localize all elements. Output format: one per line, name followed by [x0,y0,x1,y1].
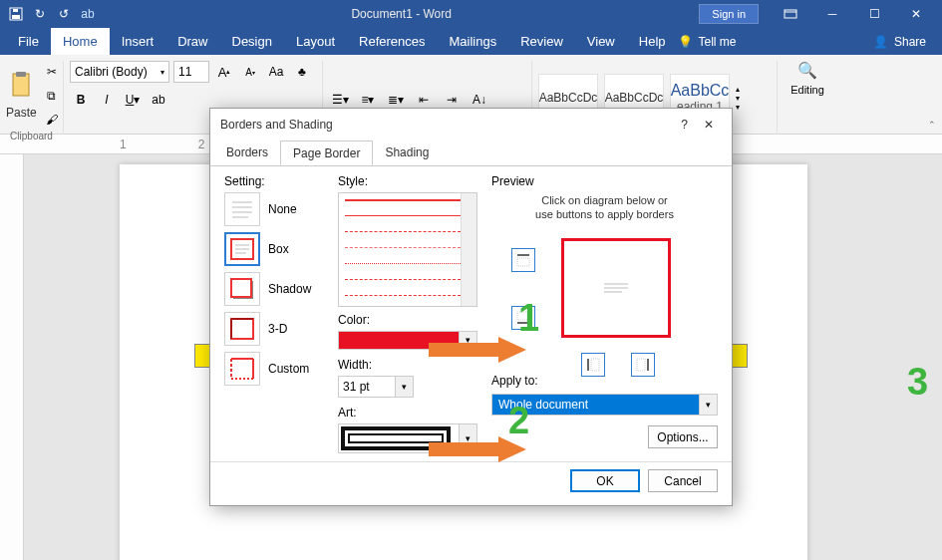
setting-shadow-label: Shadow [268,282,311,296]
close-icon[interactable]: ✕ [896,0,936,28]
setting-3d-label: 3-D [268,322,287,336]
svg-rect-27 [517,258,529,266]
tab-review[interactable]: Review [508,28,575,55]
style-scroll-up-icon[interactable]: ▴ [736,85,752,94]
maximize-icon[interactable]: ☐ [854,0,894,28]
style-scrollbar[interactable] [461,193,476,306]
svg-marker-38 [429,436,526,462]
setting-none[interactable]: None [224,192,324,226]
apply-dropdown-icon[interactable]: ▾ [699,395,717,415]
font-name-select[interactable]: Calibri (Body)▾ [70,61,169,83]
grow-font-icon[interactable]: A▴ [213,61,235,83]
find-icon[interactable]: 🔍 [797,61,817,80]
tab-references[interactable]: References [347,28,437,55]
paste-label: Paste [6,106,37,120]
ribbon-tabs: File Home Insert Draw Design Layout Refe… [0,28,942,55]
svg-rect-3 [785,10,796,18]
dialog-title: Borders and Shading [220,118,333,132]
format-painter-icon[interactable]: 🖌 [41,109,63,131]
title-bar: ↻ ↺ ab Document1 - Word Sign in ─ ☐ ✕ [0,0,942,28]
tab-page-border[interactable]: Page Border [280,140,373,165]
vertical-ruler [0,154,24,560]
svg-marker-37 [429,337,526,363]
svg-rect-5 [13,74,29,96]
tab-draw[interactable]: Draw [165,28,219,55]
shrink-font-icon[interactable]: A▾ [239,61,261,83]
bold-icon[interactable]: B [70,89,92,111]
dialog-close-icon[interactable]: ✕ [696,114,722,136]
setting-custom-label: Custom [268,362,309,376]
border-right-button[interactable] [631,353,655,377]
bulb-icon: 💡 [678,35,693,49]
width-dropdown-icon[interactable]: ▾ [396,376,414,398]
collapse-ribbon-icon[interactable]: ⌃ [928,120,936,130]
art-label: Art: [338,406,477,420]
tab-mailings[interactable]: Mailings [438,28,509,55]
border-left-button[interactable] [581,353,605,377]
clear-formatting-icon[interactable]: ♣ [291,61,313,83]
color-label: Color: [338,313,477,327]
share-button[interactable]: Share [894,35,926,49]
tab-layout[interactable]: Layout [284,28,347,55]
options-button[interactable]: Options... [648,425,718,448]
preview-hint-1: Click on diagram below or [491,194,718,206]
style-list[interactable] [338,192,477,307]
border-top-button[interactable] [511,248,535,272]
font-size-select[interactable]: 11 [173,61,209,83]
annotation-1: 1 [518,297,539,340]
clear-format-icon[interactable]: ab [78,4,98,24]
paste-button[interactable]: Paste [6,72,37,120]
preview-hint-2: use buttons to apply borders [491,208,718,220]
cancel-button[interactable]: Cancel [648,469,718,492]
save-icon[interactable] [6,4,26,24]
setting-custom[interactable]: Custom [224,352,324,386]
tab-design[interactable]: Design [220,28,284,55]
minimize-icon[interactable]: ─ [812,0,852,28]
editing-label[interactable]: Editing [790,84,824,96]
strikethrough-icon[interactable]: ab [148,89,169,111]
annotation-arrow-2 [429,436,528,466]
tab-home[interactable]: Home [51,28,110,55]
setting-shadow[interactable]: Shadow [224,272,324,306]
redo-icon[interactable]: ↺ [54,4,74,24]
setting-box-label: Box [268,242,289,256]
ok-button[interactable]: OK [570,469,640,492]
tab-file[interactable]: File [6,28,51,55]
share-icon: 👤 [873,35,888,49]
annotation-3: 3 [907,361,928,404]
svg-rect-16 [231,279,251,297]
dialog-help-icon[interactable]: ? [673,114,696,136]
copy-icon[interactable]: ⧉ [41,85,63,107]
tab-shading[interactable]: Shading [373,140,441,165]
clipboard-group-label: Clipboard [6,131,57,143]
annotation-arrow-1 [429,337,528,367]
ribbon-display-icon[interactable] [771,0,810,28]
undo-icon[interactable]: ↻ [30,4,50,24]
change-case-icon[interactable]: Aa [265,61,287,83]
svg-rect-17 [231,319,253,339]
tab-insert[interactable]: Insert [110,28,166,55]
svg-rect-2 [13,9,18,12]
svg-rect-1 [12,15,20,19]
svg-rect-35 [637,359,645,371]
sign-in-button[interactable]: Sign in [699,4,759,24]
setting-box[interactable]: Box [224,232,324,266]
setting-none-label: None [268,202,297,216]
width-input[interactable]: 31 pt [338,376,396,398]
style-more-icon[interactable]: ▾ [736,103,752,112]
tab-help[interactable]: Help [627,28,678,55]
setting-3d[interactable]: 3-D [224,312,324,346]
tab-borders[interactable]: Borders [214,140,280,165]
underline-icon[interactable]: U ▾ [122,89,144,111]
svg-rect-34 [591,359,599,371]
tab-view[interactable]: View [575,28,627,55]
cut-icon[interactable]: ✂ [41,61,63,83]
document-title: Document1 - Word [104,7,699,21]
style-scroll-down-icon[interactable]: ▾ [736,94,752,103]
svg-rect-6 [16,72,26,77]
preview-label: Preview [491,174,718,188]
preview-page[interactable] [561,238,671,338]
style-label: Style: [338,174,477,188]
italic-icon[interactable]: I [96,89,118,111]
tell-me-button[interactable]: Tell me [699,35,737,49]
